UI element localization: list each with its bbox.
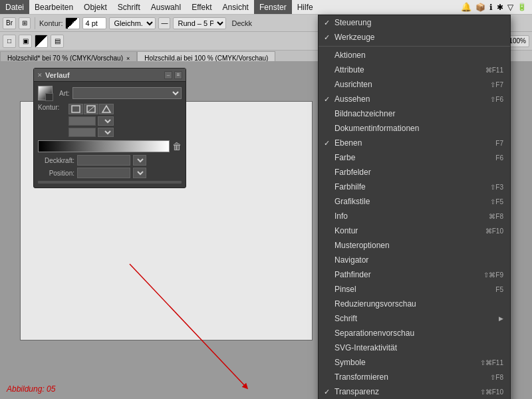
menu-item-werkzeuge[interactable]: Werkzeuge [319,30,510,45]
menu-item-farbhilfe[interactable]: Farbhilfe ⇧F3 [319,180,510,194]
menu-item-bildnachzeichner[interactable]: Bildnachzeichner [319,106,510,121]
menubar: Datei Bearbeiten Objekt Schrift Auswahl … [0,0,532,15]
menu-item-svg-interaktivitaet[interactable]: SVG-Interaktivität [319,340,510,355]
menu-item-farbe[interactable]: Farbe F6 [319,150,510,165]
gleichm-select[interactable]: Gleichm. [109,17,156,29]
fenster-dropdown-menu: Steuerung Werkzeuge Aktionen Attribute ⌘… [318,15,511,399]
kontur-color-swatch[interactable] [35,35,48,48]
rund-select[interactable]: Rund – 5 Pt. [173,17,226,29]
kontur-btn-group [68,104,114,114]
position-label: Position: [38,170,74,177]
tab-close-1[interactable]: × [126,55,130,62]
menu-item-ebenen[interactable]: Ebenen F7 [319,136,510,150]
kontur-btn-3[interactable] [99,104,114,114]
menu-item-steuerung[interactable]: Steuerung [319,15,510,30]
tool-btn-2[interactable]: ▣ [19,35,32,48]
menu-item-musteroptionen[interactable]: Musteroptionen [319,238,510,253]
menu-hilfe[interactable]: Hilfe [292,0,319,14]
panel-menu-btn[interactable]: ≡ [174,71,182,79]
kontur-btn-2[interactable] [84,104,98,114]
kontur-btn-1[interactable] [68,104,83,114]
deckk-label: Deckk [231,19,252,27]
verlauf-title-bar: ✕ Verlauf – ≡ [34,68,186,82]
menu-item-transparenz[interactable]: Transparenz ⇧⌘F10 [319,384,510,399]
menu-item-symbole[interactable]: Symbole ⇧⌘F11 [319,355,510,370]
gradient-delete-btn[interactable]: 🗑 [172,141,182,152]
tool-btn-1[interactable]: □ [3,35,16,48]
svg-line-2 [87,106,95,112]
menu-bearbeiten[interactable]: Bearbeiten [29,0,78,14]
br-button[interactable]: Br [3,17,16,29]
verlauf-close-icon[interactable]: ✕ [37,72,43,78]
verlauf-color-swatch[interactable] [38,86,53,100]
menu-item-pinsel[interactable]: Pinsel F5 [319,282,510,297]
menu-datei[interactable]: Datei [0,0,29,14]
menu-item-navigator[interactable]: Navigator [319,253,510,267]
panel-resize-handle[interactable] [38,181,182,184]
bluetooth-icon: ✱ [497,3,503,12]
deckkraft-input[interactable] [77,155,130,166]
menu-schrift[interactable]: Schrift [112,0,146,14]
deckkraft-label: Deckkraft: [38,157,74,164]
menu-item-farbfelder[interactable]: Farbfelder [319,165,510,180]
menu-item-attribute[interactable]: Attribute ⌘F11 [319,63,510,77]
deckkraft-select[interactable] [133,155,146,166]
menu-item-dokumentinformationen[interactable]: Dokumentinformationen [319,121,510,136]
menu-objekt[interactable]: Objekt [78,0,112,14]
menu-fenster[interactable]: Fenster [254,0,292,14]
art-label: Art: [59,90,70,97]
menu-item-pathfinder[interactable]: Pathfinder ⇧⌘F9 [319,267,510,282]
menu-item-ausrichten[interactable]: Ausrichten ⇧F7 [319,77,510,92]
svg-rect-0 [72,106,80,112]
panel-collapse-btn[interactable]: – [164,71,172,79]
dropdown-top-section: Steuerung Werkzeuge [319,15,510,47]
svg-marker-3 [102,106,110,112]
kontur-slider-2[interactable] [68,128,96,137]
menu-item-kontur[interactable]: Kontur ⌘F10 [319,223,510,238]
kontur-swatch[interactable] [65,17,80,29]
kontur-slider-1[interactable] [68,116,96,126]
deckkraft-row: Deckkraft: [38,155,182,166]
position-input[interactable] [77,168,130,178]
position-row: Position: [38,168,182,178]
verlauf-panel: ✕ Verlauf – ≡ Art: Kontur: [33,68,186,188]
menu-auswahl[interactable]: Auswahl [146,0,186,14]
gradient-bar[interactable] [38,140,170,152]
kontur-label: Kontur: [39,19,63,27]
menu-item-aktionen[interactable]: Aktionen [319,48,510,63]
tool-btn-3[interactable]: ▤ [51,35,64,48]
dropbox-icon: 📦 [475,3,485,12]
menu-ansicht[interactable]: Ansicht [217,0,254,14]
line-style-btn[interactable]: — [158,17,170,29]
grid-button[interactable]: ⊞ [19,17,31,29]
figure-caption: Abbildung: 05 [7,384,55,394]
menu-effekt[interactable]: Effekt [186,0,217,14]
info-circle-icon: ℹ [489,3,493,12]
menu-item-schrift[interactable]: Schrift ▶ [319,311,510,326]
battery-icon: 🔋 [517,3,527,11]
verlauf-title-text: Verlauf [45,71,70,79]
kontur-panel-label: Kontur: [38,104,66,111]
menu-item-reduzierungsvorschau[interactable]: Reduzierungsvorschau [319,297,510,311]
wifi-icon: ▽ [507,3,513,12]
menu-item-info[interactable]: Info ⌘F8 [319,209,510,223]
menu-item-separationenvorschau[interactable]: Separationenvorschau [319,326,510,340]
menu-item-grafikstile[interactable]: Grafikstile ⇧F5 [319,194,510,209]
kontur-mini-select-2[interactable] [98,128,114,137]
position-select[interactable] [133,168,146,178]
gradient-bar-row: 🗑 [38,140,182,152]
menu-item-transformieren[interactable]: Transformieren ⇧F8 [319,370,510,384]
menu-item-aussehen[interactable]: Aussehen ⇧F6 [319,92,510,106]
kontur-mini-select-1[interactable] [98,116,114,126]
art-select[interactable] [72,87,182,99]
bell-icon[interactable]: 🔔 [461,2,471,12]
pt-input[interactable] [82,17,106,29]
